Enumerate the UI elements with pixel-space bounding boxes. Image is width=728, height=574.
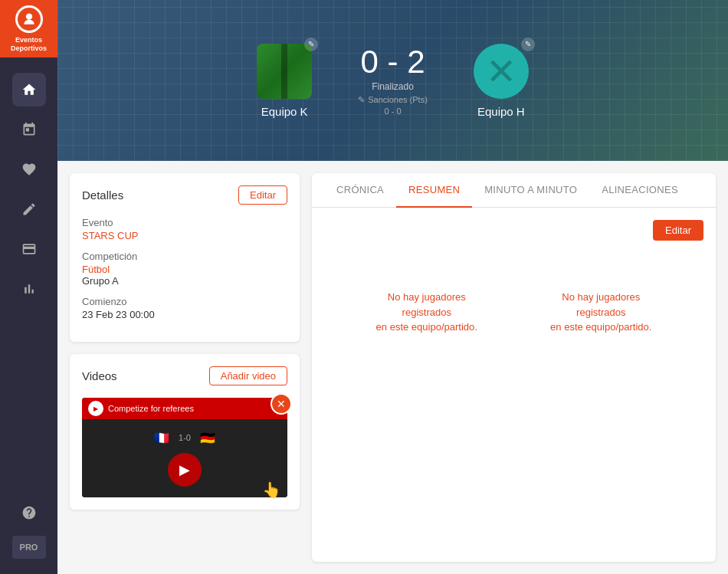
sidebar-app-name: Eventos Deportivos (0, 36, 57, 53)
sidebar-item-calendar[interactable] (12, 113, 46, 146)
tab-minuto[interactable]: MINUTO A MINUTO (472, 173, 589, 208)
comienzo-label: Comienzo (82, 296, 287, 307)
sanctions-row: ✎ Sanciones (Pts) 0 - 0 (358, 95, 428, 116)
videos-title: Videos (82, 369, 117, 382)
no-players-right: No hay jugadores registradosen este equi… (539, 290, 662, 335)
sanctions-edit-icon: ✎ (358, 95, 365, 105)
flag-left: 🇫🇷 (154, 431, 169, 445)
sidebar-pro-badge[interactable]: PRO (12, 536, 46, 559)
sanctions-edit-button[interactable]: ✎ Sanciones (Pts) (358, 95, 428, 105)
comienzo-value: 23 Feb 23 00:00 (82, 309, 287, 320)
sidebar-item-home[interactable] (12, 73, 46, 107)
competicion-label: Competición (82, 251, 287, 262)
add-video-button[interactable]: Añadir video (209, 366, 287, 385)
main-content: ✎ Equipo K 0 - 2 Finalizado ✎ Sanciones … (57, 0, 728, 574)
flags-row: 🇫🇷 1-0 🇩🇪 (154, 431, 215, 445)
logo-icon (15, 5, 43, 33)
team-right-edit-icon[interactable]: ✎ (521, 38, 535, 51)
detail-evento: Evento STARS CUP (82, 217, 287, 241)
match-status: Finalizado (372, 81, 414, 92)
video-body: 🇫🇷 1-0 🇩🇪 ▶ (82, 419, 287, 497)
tab-alineaciones[interactable]: ALINEACIONES (589, 173, 690, 208)
details-edit-button[interactable]: Editar (238, 185, 287, 205)
close-video-button[interactable]: ✕ (271, 393, 292, 415)
detail-competicion: Competición Fútbol Grupo A (82, 251, 287, 287)
evento-label: Evento (82, 217, 287, 228)
videos-card-header: Videos Añadir video (82, 366, 287, 385)
sidebar-item-chart[interactable] (12, 272, 46, 306)
no-players-left: No hay jugadores registradosen este equi… (366, 290, 488, 335)
flag-right: 🇩🇪 (200, 431, 215, 445)
video-top-bar: Competize for referees (82, 398, 287, 419)
team-right-badge (474, 44, 529, 99)
video-title: Competize for referees (108, 404, 194, 413)
video-thumbnail[interactable]: Competize for referees 🇫🇷 1-0 🇩🇪 (82, 398, 287, 497)
hero-content: ✎ Equipo K 0 - 2 Finalizado ✎ Sanciones … (57, 44, 728, 118)
team-right: ✎ Equipo H (474, 44, 529, 118)
competicion-value: Fútbol (82, 264, 287, 275)
right-panel: CRÓNICA RESUMEN MINUTO A MINUTO ALINEACI… (312, 173, 716, 562)
cursor-indicator: 👆 (262, 481, 281, 499)
video-inner: Competize for referees 🇫🇷 1-0 🇩🇪 (82, 398, 287, 497)
team-left-edit-icon[interactable]: ✎ (304, 38, 318, 51)
details-card: Detalles Editar Evento STARS CUP Competi… (70, 173, 300, 342)
mini-score: 1-0 (179, 433, 191, 442)
team-right-name: Equipo H (477, 105, 525, 118)
detail-comienzo: Comienzo 23 Feb 23 00:00 (82, 296, 287, 320)
grupo-value: Grupo A (82, 275, 287, 287)
svg-point-0 (25, 13, 31, 19)
team-left-badge (257, 44, 312, 99)
sidebar-logo[interactable]: Eventos Deportivos (0, 0, 57, 57)
team-left-name: Equipo K (261, 105, 308, 118)
evento-value: STARS CUP (82, 230, 287, 241)
hero-banner: ✎ Equipo K 0 - 2 Finalizado ✎ Sanciones … (57, 0, 728, 161)
sidebar-item-edit[interactable] (12, 192, 46, 226)
tab-cronica[interactable]: CRÓNICA (324, 173, 396, 208)
sidebar: Eventos Deportivos PRO (0, 0, 57, 574)
sidebar-item-card[interactable] (12, 232, 46, 266)
team-left-badge-container: ✎ (257, 44, 312, 99)
sanctions-value: 0 - 0 (384, 107, 401, 116)
details-card-header: Detalles Editar (82, 185, 287, 205)
lower-content: Detalles Editar Evento STARS CUP Competi… (57, 161, 728, 574)
play-button[interactable]: ▶ (168, 453, 202, 487)
sidebar-item-favorites[interactable] (12, 153, 46, 186)
sidebar-item-help[interactable] (12, 496, 46, 530)
tab-resumen[interactable]: RESUMEN (396, 173, 472, 208)
video-body-inner: 🇫🇷 1-0 🇩🇪 ▶ (154, 431, 215, 487)
score-display: 0 - 2 (360, 46, 425, 78)
tabs-header: CRÓNICA RESUMEN MINUTO A MINUTO ALINEACI… (312, 173, 716, 208)
team-right-badge-container: ✎ (474, 44, 529, 99)
tab-action-row: Editar (324, 220, 703, 241)
videos-card: Videos Añadir video Competize for refere… (70, 354, 300, 510)
sidebar-bottom: PRO (12, 481, 46, 574)
no-players-row: No hay jugadores registradosen este equi… (324, 259, 703, 366)
sidebar-nav (12, 57, 46, 481)
score-center: 0 - 2 Finalizado ✎ Sanciones (Pts) 0 - 0 (358, 46, 428, 116)
left-panel: Detalles Editar Evento STARS CUP Competi… (70, 173, 300, 562)
details-title: Detalles (82, 189, 123, 202)
video-wrapper: Competize for referees 🇫🇷 1-0 🇩🇪 (82, 398, 287, 497)
team-left: ✎ Equipo K (257, 44, 312, 118)
tab-content-resumen: Editar No hay jugadores registradosen es… (312, 208, 716, 562)
tab-edit-button[interactable]: Editar (653, 220, 703, 241)
youtube-icon (88, 401, 103, 416)
